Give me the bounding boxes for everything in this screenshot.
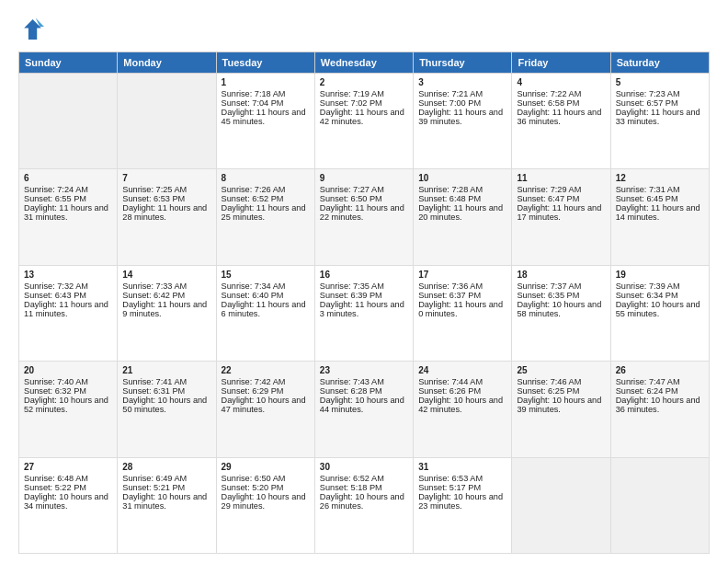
header-sunday: Sunday	[19, 52, 118, 74]
day-info: Sunset: 6:37 PM	[418, 291, 506, 300]
day-number: 19	[616, 270, 704, 280]
day-info: Sunrise: 7:34 AM	[222, 282, 310, 291]
logo-icon	[18, 17, 44, 42]
day-cell: 3Sunrise: 7:21 AMSunset: 7:00 PMDaylight…	[414, 74, 512, 169]
day-info: Sunrise: 7:27 AM	[320, 185, 408, 194]
day-cell: 31Sunrise: 6:53 AMSunset: 5:17 PMDayligh…	[414, 457, 512, 553]
day-info: Daylight: 11 hours and 11 minutes.	[24, 300, 112, 318]
day-info: Daylight: 10 hours and 34 minutes.	[24, 492, 112, 511]
header-wednesday: Wednesday	[314, 52, 413, 74]
day-info: Daylight: 11 hours and 20 minutes.	[418, 203, 506, 222]
day-info: Sunrise: 7:36 AM	[418, 282, 506, 291]
day-info: Sunset: 6:32 PM	[24, 386, 112, 396]
day-info: Daylight: 11 hours and 22 minutes.	[320, 203, 408, 222]
day-info: Sunrise: 6:48 AM	[24, 474, 112, 483]
day-info: Daylight: 10 hours and 31 minutes.	[122, 492, 210, 511]
day-cell: 30Sunrise: 6:52 AMSunset: 5:18 PMDayligh…	[314, 457, 413, 553]
day-number: 29	[222, 462, 310, 472]
day-info: Daylight: 10 hours and 58 minutes.	[517, 300, 605, 318]
day-info: Sunset: 6:26 PM	[418, 386, 506, 396]
day-number: 28	[122, 462, 210, 472]
day-info: Sunset: 6:52 PM	[222, 194, 310, 203]
day-info: Daylight: 11 hours and 36 minutes.	[517, 108, 605, 126]
day-info: Sunset: 6:50 PM	[320, 194, 408, 203]
day-info: Sunrise: 6:49 AM	[122, 474, 210, 483]
day-info: Sunrise: 7:29 AM	[517, 185, 605, 194]
day-cell: 21Sunrise: 7:41 AMSunset: 6:31 PMDayligh…	[118, 362, 216, 457]
day-number: 3	[418, 77, 506, 87]
day-number: 2	[320, 77, 408, 87]
calendar-table: SundayMondayTuesdayWednesdayThursdayFrid…	[18, 52, 710, 554]
day-cell: 14Sunrise: 7:33 AMSunset: 6:42 PMDayligh…	[118, 265, 216, 361]
day-number: 4	[517, 77, 605, 87]
day-info: Sunset: 6:55 PM	[24, 194, 112, 203]
day-info: Daylight: 11 hours and 45 minutes.	[222, 108, 310, 126]
day-number: 22	[222, 365, 310, 375]
day-cell	[19, 74, 118, 169]
day-info: Sunrise: 7:46 AM	[517, 377, 605, 386]
day-cell: 1Sunrise: 7:18 AMSunset: 7:04 PMDaylight…	[216, 74, 314, 169]
day-info: Sunrise: 6:52 AM	[320, 474, 408, 483]
day-cell: 26Sunrise: 7:47 AMSunset: 6:24 PMDayligh…	[610, 362, 709, 457]
day-cell: 25Sunrise: 7:46 AMSunset: 6:25 PMDayligh…	[512, 362, 610, 457]
day-info: Sunrise: 7:31 AM	[616, 185, 704, 194]
day-info: Daylight: 10 hours and 26 minutes.	[320, 492, 408, 511]
day-info: Sunrise: 7:37 AM	[517, 282, 605, 291]
day-number: 13	[24, 270, 112, 280]
day-info: Daylight: 11 hours and 39 minutes.	[418, 108, 506, 126]
day-number: 21	[122, 365, 210, 375]
day-info: Sunrise: 7:18 AM	[222, 89, 310, 98]
day-cell: 6Sunrise: 7:24 AMSunset: 6:55 PMDaylight…	[19, 169, 118, 265]
day-number: 5	[616, 77, 704, 87]
day-cell: 9Sunrise: 7:27 AMSunset: 6:50 PMDaylight…	[314, 169, 413, 265]
day-number: 25	[517, 365, 605, 375]
week-row: 6Sunrise: 7:24 AMSunset: 6:55 PMDaylight…	[19, 169, 710, 265]
day-number: 20	[24, 365, 112, 375]
day-info: Daylight: 10 hours and 42 minutes.	[418, 396, 506, 414]
day-info: Sunrise: 6:53 AM	[418, 474, 506, 483]
day-info: Sunset: 6:29 PM	[222, 386, 310, 396]
day-number: 23	[320, 365, 408, 375]
day-cell: 5Sunrise: 7:23 AMSunset: 6:57 PMDaylight…	[610, 74, 709, 169]
day-info: Sunrise: 7:25 AM	[122, 185, 210, 194]
day-info: Daylight: 10 hours and 52 minutes.	[24, 396, 112, 414]
day-number: 9	[320, 173, 408, 183]
day-number: 6	[24, 173, 112, 183]
day-number: 7	[122, 173, 210, 183]
day-info: Daylight: 11 hours and 3 minutes.	[320, 300, 408, 318]
day-info: Sunset: 5:20 PM	[222, 483, 310, 492]
week-row: 1Sunrise: 7:18 AMSunset: 7:04 PMDaylight…	[19, 74, 710, 169]
day-info: Sunrise: 7:19 AM	[320, 89, 408, 98]
day-info: Sunset: 6:47 PM	[517, 194, 605, 203]
day-info: Sunset: 6:42 PM	[122, 291, 210, 300]
day-cell: 27Sunrise: 6:48 AMSunset: 5:22 PMDayligh…	[19, 457, 118, 553]
day-info: Sunset: 6:43 PM	[24, 291, 112, 300]
day-info: Daylight: 11 hours and 28 minutes.	[122, 203, 210, 222]
day-info: Sunset: 6:45 PM	[616, 194, 704, 203]
day-cell: 20Sunrise: 7:40 AMSunset: 6:32 PMDayligh…	[19, 362, 118, 457]
day-info: Sunset: 6:35 PM	[517, 291, 605, 300]
day-number: 17	[418, 270, 506, 280]
day-info: Sunrise: 7:44 AM	[418, 377, 506, 386]
day-info: Sunset: 7:04 PM	[222, 98, 310, 108]
day-info: Sunset: 5:21 PM	[122, 483, 210, 492]
day-info: Sunset: 6:34 PM	[616, 291, 704, 300]
day-info: Sunrise: 7:40 AM	[24, 377, 112, 386]
day-info: Daylight: 10 hours and 55 minutes.	[616, 300, 704, 318]
day-info: Daylight: 10 hours and 39 minutes.	[517, 396, 605, 414]
day-number: 24	[418, 365, 506, 375]
day-info: Sunset: 6:39 PM	[320, 291, 408, 300]
day-number: 30	[320, 462, 408, 472]
day-number: 10	[418, 173, 506, 183]
day-info: Sunset: 6:28 PM	[320, 386, 408, 396]
day-info: Sunset: 6:48 PM	[418, 194, 506, 203]
day-info: Sunset: 6:24 PM	[616, 386, 704, 396]
day-number: 18	[517, 270, 605, 280]
day-info: Sunrise: 7:21 AM	[418, 89, 506, 98]
day-info: Daylight: 11 hours and 42 minutes.	[320, 108, 408, 126]
logo	[18, 17, 48, 42]
day-info: Sunrise: 7:28 AM	[418, 185, 506, 194]
header-saturday: Saturday	[610, 52, 709, 74]
day-info: Sunrise: 7:32 AM	[24, 282, 112, 291]
day-cell: 19Sunrise: 7:39 AMSunset: 6:34 PMDayligh…	[610, 265, 709, 361]
